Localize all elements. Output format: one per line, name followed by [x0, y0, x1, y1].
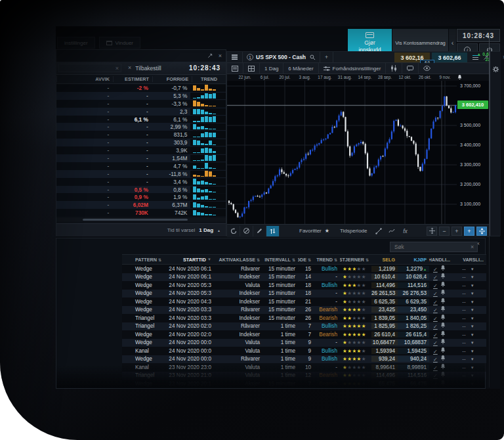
bell-icon[interactable]: [440, 371, 446, 378]
pattern-row[interactable]: Wedge24 Nov 2020 04:3Indekser15 minutter…: [122, 297, 486, 306]
sell-price[interactable]: 8,99641: [371, 364, 398, 370]
trade-check-icon[interactable]: ✓: [433, 324, 440, 330]
fit-button[interactable]: [427, 227, 437, 236]
bell-icon[interactable]: [457, 74, 463, 80]
split-view-button[interactable]: [476, 227, 487, 236]
col-header-estimert[interactable]: ESTIMERT: [113, 76, 152, 82]
pattern-row[interactable]: Wedge24 Nov 2020 00:0Råvarer1 time9Bulli…: [122, 355, 486, 364]
buy-price[interactable]: 1 826,25: [398, 323, 429, 329]
pattern-row[interactable]: Triangel24 Nov 2020 02:0Råvarer1 time7Bu…: [122, 322, 486, 331]
caret-down-icon[interactable]: ▼: [471, 284, 474, 288]
calendar-row[interactable]: ---11,8 %: [56, 170, 226, 178]
caret-down-icon[interactable]: ▼: [471, 349, 474, 353]
buy-price[interactable]: 1,59425: [398, 348, 429, 354]
calendar-row[interactable]: --2 %-0,7 %: [56, 84, 226, 92]
crosshair-button[interactable]: +: [464, 227, 474, 236]
caret-down-icon[interactable]: ▼: [471, 374, 474, 378]
instrument-title[interactable]: US SPX 500 - Cash: [256, 54, 306, 60]
sell-price[interactable]: 1,2199: [371, 266, 398, 272]
pattern-row[interactable]: Wedge24 Nov 2020 05:3Valuta15 minutter18…: [122, 281, 486, 290]
menu-tab-settings[interactable]: instillinger: [57, 37, 95, 49]
timeperiod-button[interactable]: Tidsperiode: [335, 228, 373, 234]
caret-down-icon[interactable]: ▼: [471, 366, 474, 370]
pattern-row[interactable]: Wedge24 Nov 2020 06:1Indekser15 minutter…: [122, 273, 486, 282]
buy-price[interactable]: 8,99891: [398, 364, 429, 370]
bell-icon[interactable]: [440, 363, 446, 370]
disable-button[interactable]: [240, 226, 253, 236]
calendar-row[interactable]: -6,02M6,37M: [56, 201, 226, 209]
zoom-out-button[interactable]: −: [439, 227, 450, 236]
bell-icon[interactable]: [440, 289, 446, 296]
buy-price[interactable]: 10 628,4: [398, 274, 429, 280]
sell-price[interactable]: 23,425: [371, 307, 398, 313]
col-header-avvik[interactable]: AVVIK: [56, 76, 113, 82]
caret-down-icon[interactable]: ▼: [471, 324, 474, 328]
col-header-trend[interactable]: TREND⇅: [314, 257, 340, 263]
buy-price[interactable]: 26 276,53: [398, 290, 429, 296]
sell-price[interactable]: 114,496: [371, 372, 398, 378]
calendar-row[interactable]: --3,9K: [56, 146, 226, 154]
calendar-row[interactable]: -0,5 %0,8 %: [56, 186, 226, 194]
pattern-row[interactable]: Wedge24 Nov 2020 05:3Indekser15 minutter…: [122, 290, 486, 298]
sell-price[interactable]: 65,475: [371, 381, 398, 387]
col-header-handling[interactable]: HANDLI...: [429, 257, 453, 263]
bell-icon[interactable]: [440, 273, 446, 279]
search-clear-icon[interactable]: ×: [471, 244, 477, 250]
curve-button[interactable]: [385, 226, 398, 236]
filter-input[interactable]: ×: [58, 64, 121, 72]
chart-layout-button[interactable]: [243, 63, 260, 74]
col-header-aktivaklasse[interactable]: AKTIVAKLASSE⇅: [214, 257, 262, 263]
buy-price[interactable]: 114,516: [398, 372, 429, 378]
bell-icon[interactable]: [440, 297, 446, 304]
bell-icon[interactable]: [440, 347, 446, 353]
period-button[interactable]: 1 Dag: [260, 63, 284, 74]
bell-icon[interactable]: [440, 338, 446, 345]
sell-price[interactable]: 26 261,53: [371, 290, 398, 296]
add-tab-button[interactable]: +: [320, 52, 333, 62]
trade-check-icon[interactable]: ✓: [433, 299, 440, 306]
sell-price[interactable]: 1 839,05: [371, 315, 398, 321]
col-header-kjop[interactable]: KJØP: [398, 257, 429, 263]
expand-icon[interactable]: [207, 53, 213, 59]
scrollbar-thumb[interactable]: [83, 219, 188, 221]
trade-check-icon[interactable]: ✓: [433, 307, 440, 314]
sell-price[interactable]: 1,59394: [371, 348, 398, 354]
buy-price[interactable]: 6 629,35: [398, 299, 429, 305]
calendar-row[interactable]: --5,3 %: [56, 92, 226, 100]
trade-check-icon[interactable]: ✓: [433, 373, 440, 380]
pattern-row[interactable]: Triangel23 Nov 2020 21:0Valuta1 time12Be…: [122, 372, 486, 380]
refresh-button[interactable]: [227, 226, 240, 236]
caret-down-icon[interactable]: ▼: [471, 341, 474, 345]
clear-filter-icon[interactable]: ×: [116, 64, 119, 72]
caret-down-icon[interactable]: ▼: [471, 275, 474, 279]
buy-price[interactable]: 1,2279▲: [398, 266, 429, 272]
reset-button[interactable]: Tilbakestill: [135, 65, 161, 72]
chart-type-button[interactable]: [386, 63, 402, 74]
calendar-row[interactable]: --831,5: [56, 131, 226, 139]
trade-check-icon[interactable]: ✓: [433, 275, 440, 281]
alert-window-value[interactable]: 1 Dag: [199, 227, 213, 233]
horizontal-scrollbar[interactable]: [56, 218, 226, 221]
pattern-row[interactable]: Wedge24 Nov 2020 00:0Valuta1 time9-★★★★★…: [122, 339, 486, 347]
search-box[interactable]: ×: [390, 242, 478, 252]
trade-check-icon[interactable]: ✓: [433, 283, 440, 290]
compare-sort-button[interactable]: [266, 226, 280, 236]
sell-price[interactable]: 10,68477: [371, 340, 398, 345]
caret-down-icon[interactable]: ▼: [471, 267, 474, 271]
chart-menu-button[interactable]: [227, 52, 243, 62]
pattern-row[interactable]: Kanal24 Nov 2020 00:0Valuta1 time9Bullis…: [122, 347, 486, 355]
caret-down-icon[interactable]: ▼: [471, 382, 474, 386]
chart-list-button[interactable]: [227, 63, 243, 74]
col-header-pattern[interactable]: PATTERN⇅: [122, 257, 161, 263]
search-input[interactable]: [390, 244, 471, 250]
trade-check-icon[interactable]: ✓: [433, 340, 440, 347]
pattern-row[interactable]: Wedge24 Nov 2020 06:1Råvarer15 minutter1…: [122, 265, 486, 273]
draw-button[interactable]: [253, 226, 266, 236]
col-header-trend[interactable]: TREND: [192, 76, 226, 82]
sell-price[interactable]: 114,496: [371, 282, 398, 288]
calendar-row[interactable]: --2,99 %: [56, 123, 226, 131]
buy-price[interactable]: 1 840,05: [398, 315, 429, 321]
buy-price[interactable]: 26 615,4: [398, 332, 429, 338]
buy-price[interactable]: 23,450: [398, 307, 429, 313]
annotations-button[interactable]: [402, 63, 419, 74]
